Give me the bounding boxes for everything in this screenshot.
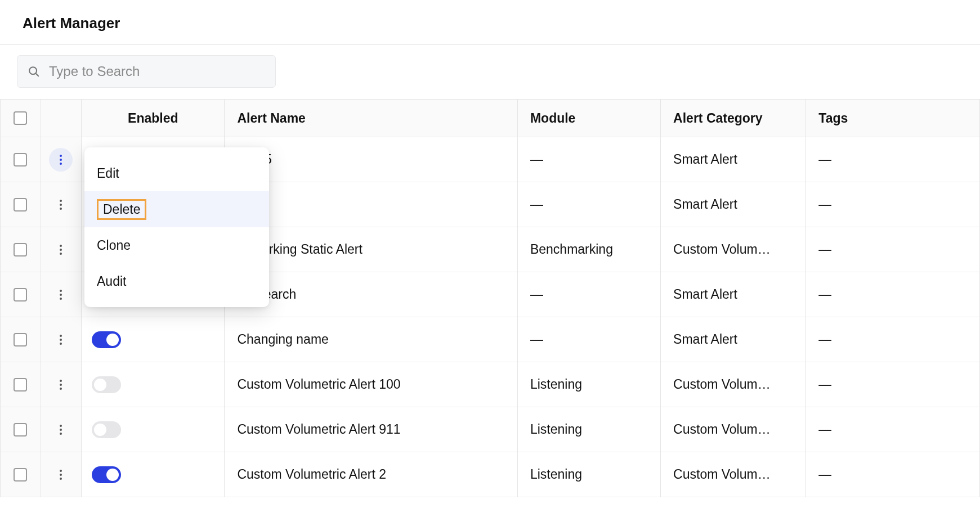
module-value: Listening bbox=[530, 422, 582, 437]
tags-value: — bbox=[818, 467, 831, 482]
module-value: — bbox=[530, 287, 543, 302]
tags-value: — bbox=[818, 422, 831, 437]
table-row: Custom Volumetric Alert 911ListeningCust… bbox=[0, 407, 980, 452]
row-checkbox[interactable] bbox=[14, 288, 27, 302]
col-header-tags: Tags bbox=[818, 111, 848, 126]
tags-value: — bbox=[818, 152, 831, 167]
kebab-icon bbox=[60, 155, 62, 165]
row-actions-button[interactable] bbox=[49, 418, 73, 442]
row-checkbox[interactable] bbox=[14, 153, 27, 166]
category-value: Smart Alert bbox=[673, 287, 737, 302]
category-value: Custom Volum… bbox=[673, 467, 771, 482]
row-checkbox[interactable] bbox=[14, 468, 27, 482]
row-actions-button[interactable] bbox=[49, 463, 73, 487]
search-icon bbox=[28, 65, 40, 78]
kebab-icon bbox=[60, 335, 62, 345]
category-value: Smart Alert bbox=[673, 332, 737, 347]
row-actions-button[interactable] bbox=[49, 328, 73, 352]
row-checkbox[interactable] bbox=[14, 333, 27, 346]
context-menu-item-label: Edit bbox=[97, 166, 119, 181]
category-value: Custom Volum… bbox=[673, 242, 771, 257]
category-value: Smart Alert bbox=[673, 197, 737, 212]
context-menu-item-label: Delete bbox=[97, 199, 146, 220]
category-value: Custom Volum… bbox=[673, 422, 771, 437]
col-header-enabled: Enabled bbox=[128, 111, 178, 126]
row-context-menu: EditDeleteCloneAudit bbox=[84, 147, 269, 307]
kebab-icon bbox=[60, 380, 62, 390]
context-menu-item-audit[interactable]: Audit bbox=[84, 263, 269, 299]
alert-name: Changing name bbox=[237, 332, 328, 347]
module-value: Listening bbox=[530, 377, 582, 392]
alert-name: Custom Volumetric Alert 100 bbox=[237, 377, 400, 392]
enabled-toggle[interactable] bbox=[92, 466, 121, 483]
row-actions-button[interactable] bbox=[49, 238, 73, 262]
tags-value: — bbox=[818, 377, 831, 392]
row-actions-button[interactable] bbox=[49, 283, 73, 307]
enabled-toggle[interactable] bbox=[92, 331, 121, 348]
context-menu-item-edit[interactable]: Edit bbox=[84, 155, 269, 191]
kebab-icon bbox=[60, 245, 62, 255]
row-checkbox[interactable] bbox=[14, 198, 27, 212]
row-checkbox[interactable] bbox=[14, 423, 27, 436]
col-header-category: Alert Category bbox=[673, 111, 762, 126]
row-actions-button[interactable] bbox=[49, 193, 73, 217]
enabled-toggle[interactable] bbox=[92, 421, 121, 438]
tags-value: — bbox=[818, 242, 831, 257]
select-all-checkbox[interactable] bbox=[14, 111, 27, 125]
svg-line-1 bbox=[36, 74, 39, 76]
alert-name: Custom Volumetric Alert 2 bbox=[237, 467, 386, 482]
row-checkbox[interactable] bbox=[14, 378, 27, 392]
tags-value: — bbox=[818, 197, 831, 212]
context-menu-item-clone[interactable]: Clone bbox=[84, 227, 269, 263]
search-input[interactable] bbox=[48, 63, 265, 80]
context-menu-item-label: Clone bbox=[97, 238, 131, 253]
category-value: Smart Alert bbox=[673, 152, 737, 167]
module-value: Listening bbox=[530, 467, 582, 482]
col-header-module: Module bbox=[530, 111, 576, 126]
tags-value: — bbox=[818, 287, 831, 302]
alert-name: Custom Volumetric Alert 911 bbox=[237, 422, 400, 437]
page-title: Alert Manager bbox=[23, 15, 957, 32]
module-value: — bbox=[530, 332, 543, 347]
module-value: — bbox=[530, 152, 543, 167]
module-value: Benchmarking bbox=[530, 242, 613, 257]
kebab-icon bbox=[60, 200, 62, 210]
enabled-toggle[interactable] bbox=[92, 376, 121, 393]
search-box[interactable] bbox=[17, 55, 276, 88]
kebab-icon bbox=[60, 470, 62, 480]
table-row: Custom Volumetric Alert 2ListeningCustom… bbox=[0, 452, 980, 497]
row-checkbox[interactable] bbox=[14, 243, 27, 256]
row-actions-button[interactable] bbox=[49, 373, 73, 397]
category-value: Custom Volum… bbox=[673, 377, 771, 392]
tags-value: — bbox=[818, 332, 831, 347]
table-row: Custom Volumetric Alert 100ListeningCust… bbox=[0, 362, 980, 407]
row-actions-button[interactable] bbox=[49, 148, 73, 172]
context-menu-item-label: Audit bbox=[97, 274, 126, 289]
kebab-icon bbox=[60, 425, 62, 435]
kebab-icon bbox=[60, 290, 62, 300]
context-menu-item-delete[interactable]: Delete bbox=[84, 191, 269, 227]
col-header-alert-name: Alert Name bbox=[237, 111, 305, 126]
table-row: Changing name—Smart Alert— bbox=[0, 317, 980, 362]
module-value: — bbox=[530, 197, 543, 212]
